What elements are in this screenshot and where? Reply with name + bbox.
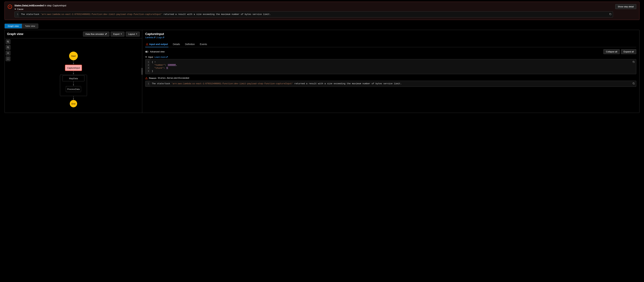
expand-all-button[interactable]: Expand all (621, 49, 636, 54)
details-pane: CaptureInput Lambda | Logs Input and out… (142, 30, 639, 113)
tab-definition[interactable]: Definition (184, 41, 196, 47)
graph-pane: Graph view Data flow simulator Export La… (5, 30, 142, 113)
svg-rect-2 (610, 13, 611, 15)
tab-details[interactable]: Details (172, 41, 180, 47)
error-banner: States.DataLimitExceeded in step: Captur… (4, 2, 640, 20)
line-number: 1 (17, 13, 18, 15)
warning-icon (146, 43, 148, 45)
svg-line-4 (8, 42, 9, 43)
cause-code: 1 The state/task 'arn:aws:lambda:us-east… (14, 11, 613, 17)
tab-input-output[interactable]: Input and output (145, 41, 168, 47)
chevron-down-icon (145, 57, 147, 58)
external-link-icon (162, 36, 164, 38)
svg-text:ProcessData: ProcessData (67, 88, 80, 90)
split-handle[interactable] (142, 68, 143, 75)
state-machine-graph: Start CaptureInput MapData ProcessData E… (48, 48, 98, 112)
advanced-view-label: Advanced view (150, 50, 164, 53)
export-button[interactable]: Export (111, 32, 124, 36)
zoom-in-button[interactable] (6, 39, 10, 44)
svg-point-10 (8, 53, 8, 53)
external-link-icon (154, 36, 156, 38)
external-link-icon (166, 56, 168, 58)
external-link-icon (105, 33, 107, 35)
input-section-header[interactable]: Input Learn more (145, 56, 636, 58)
collapse-all-button[interactable]: Collapse all (604, 49, 620, 54)
center-button[interactable] (6, 51, 10, 55)
chevron-down-icon (136, 34, 137, 34)
copy-icon[interactable] (632, 82, 635, 85)
svg-rect-30 (633, 83, 634, 84)
zoom-out-button[interactable] (6, 45, 10, 50)
logs-link[interactable]: Logs (157, 36, 164, 39)
view-switch: Graph view Table view (4, 24, 38, 28)
reason-label: Reason (149, 77, 156, 79)
svg-rect-27 (633, 61, 634, 63)
layout-button[interactable]: Layout (126, 32, 140, 36)
reason-value: States.DataLimitExceeded (158, 77, 189, 79)
warning-icon (145, 77, 148, 79)
selected-node-title: CaptureInput (145, 32, 636, 36)
svg-line-8 (8, 48, 9, 48)
tab-events[interactable]: Events (199, 41, 208, 47)
error-icon (8, 4, 12, 9)
svg-text:CaptureInput: CaptureInput (67, 67, 80, 69)
error-title: States.DataLimitExceeded in step: Captur… (14, 4, 613, 7)
table-view-tab[interactable]: Table view (22, 24, 38, 28)
svg-text:Start: Start (71, 55, 76, 57)
show-step-detail-button[interactable]: Show step detail (615, 4, 636, 9)
data-flow-simulator-button[interactable]: Data flow simulator (83, 32, 110, 36)
advanced-view-toggle[interactable] (145, 51, 148, 53)
copy-icon[interactable] (632, 60, 635, 64)
pane-title: Graph view (7, 32, 23, 36)
input-json-box: 1 2 3 4 { ▾ "number": 100000, "chunk": 5… (145, 59, 636, 74)
chevron-down-icon (120, 34, 122, 34)
svg-text:End: End (72, 103, 75, 105)
cause-toggle[interactable]: Cause (14, 8, 613, 10)
fit-button[interactable] (6, 56, 10, 61)
graph-view-tab[interactable]: Graph view (5, 24, 22, 28)
svg-text:MapData: MapData (69, 77, 78, 80)
reason-code-box: 1 The state/task 'arn:aws:lambda:us-east… (145, 81, 636, 87)
lambda-link[interactable]: Lambda (145, 36, 156, 39)
copy-icon[interactable] (609, 12, 612, 16)
learn-more-link[interactable]: Learn more (154, 56, 168, 58)
chevron-down-icon (14, 9, 16, 10)
